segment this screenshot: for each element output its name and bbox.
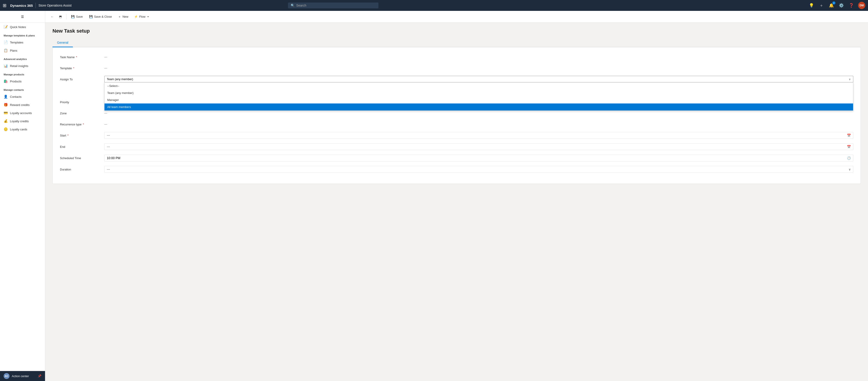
option-manager[interactable]: Manager <box>104 96 853 104</box>
sidebar-label-reward-credits: Reward credits <box>10 103 30 107</box>
section-label-contacts: Manage contacts <box>0 85 45 93</box>
page-content: New Task setup General Task Name * --- <box>45 23 868 381</box>
calendar-icon-end[interactable]: 📅 <box>847 145 851 148</box>
hamburger-icon: ☰ <box>21 15 24 19</box>
clock-icon[interactable]: 🕐 <box>847 156 851 160</box>
flow-label: Flow <box>139 15 145 18</box>
sidebar-item-quick-notes[interactable]: 📝 Quick Notes <box>0 23 45 31</box>
app-name: Store Operations Assist <box>38 4 71 7</box>
duration-chevron-icon[interactable]: ∨ <box>848 168 851 171</box>
sidebar-item-products[interactable]: 🛍️ Products <box>0 77 45 85</box>
action-center-item[interactable]: AC Action center 📌 <box>0 371 45 381</box>
sidebar-label-loyalty-credits: Loyalty credits <box>10 120 29 123</box>
sidebar-item-loyalty-credits[interactable]: 💰 Loyalty credits <box>0 117 45 125</box>
main-layout: ☰ 📝 Quick Notes Manage templates & plans… <box>0 11 868 381</box>
plans-icon: 📋 <box>4 49 8 53</box>
pin-icon[interactable]: 📌 <box>37 374 41 378</box>
value-template[interactable]: --- <box>104 65 853 71</box>
action-center-avatar: AC <box>4 373 9 379</box>
popout-button[interactable]: ⬒ <box>56 13 64 20</box>
value-scheduled-time[interactable]: 10:00 PM <box>107 156 120 160</box>
calendar-icon-start[interactable]: 📅 <box>847 134 851 137</box>
sidebar-menu-button[interactable]: ☰ <box>0 13 45 21</box>
sidebar-item-templates[interactable]: 📄 Templates <box>0 38 45 47</box>
save-close-button[interactable]: 💾 Save & Close <box>86 13 115 20</box>
assign-to-dropdown[interactable]: Team (any member) ∨ <box>104 76 853 82</box>
value-end[interactable]: --- <box>107 145 110 148</box>
settings-icon[interactable]: ⚙️ <box>838 2 844 9</box>
sidebar-item-loyalty-accounts[interactable]: 💳 Loyalty accounts <box>0 109 45 117</box>
sidebar-item-plans[interactable]: 📋 Plans <box>0 47 45 55</box>
sidebar-item-loyalty-cards[interactable]: 🪙 Loyalty cards <box>0 125 45 133</box>
flow-icon: ⚡ <box>134 15 138 18</box>
duration-field: --- ∨ <box>104 166 853 173</box>
search-box: 🔍 <box>288 2 378 8</box>
option-select[interactable]: --Select-- <box>104 82 853 89</box>
save-button[interactable]: 💾 Save <box>68 13 86 20</box>
help-icon[interactable]: ❓ <box>848 2 855 9</box>
label-end: End <box>60 143 101 148</box>
flow-chevron-icon: ▾ <box>148 16 149 18</box>
option-team-any-member[interactable]: Team (any member) <box>104 89 853 96</box>
section-label-products: Manage products <box>0 70 45 77</box>
end-field: --- 📅 <box>104 143 853 150</box>
sidebar-label-plans: Plans <box>10 49 18 52</box>
templates-icon: 📄 <box>4 40 8 45</box>
field-end: End --- 📅 <box>60 143 853 150</box>
new-label: New <box>122 15 128 18</box>
label-zone: Zone <box>60 110 101 115</box>
flow-button[interactable]: ⚡ Flow ▾ <box>132 13 151 20</box>
option-all-team-members[interactable]: All team members <box>104 104 853 111</box>
required-star-recurrence: * <box>83 123 84 126</box>
value-task-name[interactable]: --- <box>104 54 853 60</box>
tab-general[interactable]: General <box>53 38 73 47</box>
sidebar-item-reward-credits[interactable]: 🎁 Reward credits <box>0 101 45 109</box>
label-duration: Duration <box>60 166 101 171</box>
app-title: Dynamics 365 <box>10 4 33 7</box>
sidebar-item-contacts[interactable]: 👤 Contacts <box>0 93 45 101</box>
value-start[interactable]: --- <box>107 134 110 137</box>
waffle-icon[interactable]: ⊞ <box>3 3 6 8</box>
field-template: Template * --- <box>60 65 853 71</box>
save-icon: 💾 <box>71 15 75 18</box>
top-navigation: ⊞ Dynamics 365 Store Operations Assist 🔍… <box>0 0 868 11</box>
action-center-label: Action center <box>12 375 29 378</box>
content-area: ← ⬒ 💾 Save 💾 Save & Close ＋ New ⚡ Flow ▾ <box>45 11 868 381</box>
loyalty-accounts-icon: 💳 <box>4 111 8 115</box>
nav-divider <box>35 3 36 8</box>
sidebar-item-retail-insights[interactable]: 📊 Retail insights <box>0 62 45 70</box>
page-title: New Task setup <box>53 28 861 34</box>
section-label-advanced-analytics: Advanced analytics <box>0 55 45 62</box>
required-star-template: * <box>73 66 74 70</box>
form-container: Task Name * --- Template * --- A <box>53 47 861 184</box>
back-button[interactable]: ← <box>49 13 55 20</box>
value-recurrence-type[interactable]: --- <box>104 121 853 127</box>
products-icon: 🛍️ <box>4 79 8 83</box>
field-recurrence-type: Recurrence type * --- <box>60 121 853 127</box>
sidebar-label-loyalty-cards: Loyalty cards <box>10 128 27 131</box>
sidebar-top: ☰ <box>0 11 45 23</box>
sidebar: ☰ 📝 Quick Notes Manage templates & plans… <box>0 11 45 381</box>
user-avatar[interactable]: DM <box>858 2 865 9</box>
sidebar-label-quick-notes: Quick Notes <box>10 25 26 29</box>
value-duration[interactable]: --- <box>107 168 110 171</box>
back-icon: ← <box>51 15 54 18</box>
new-button[interactable]: ＋ New <box>115 13 131 20</box>
notification-icon[interactable]: 🔔 2 <box>828 2 835 9</box>
label-priority: Priority <box>60 99 101 104</box>
lightbulb-icon[interactable]: 💡 <box>808 2 815 9</box>
add-icon[interactable]: ＋ <box>818 2 825 9</box>
label-assign-to: Assign To <box>60 76 101 81</box>
scheduled-time-field: 10:00 PM 🕐 <box>104 155 853 162</box>
save-close-label: Save & Close <box>94 15 112 18</box>
new-icon: ＋ <box>118 15 121 19</box>
required-star-task-name: * <box>76 55 77 59</box>
sidebar-label-retail-insights: Retail insights <box>10 64 28 68</box>
label-start: Start * <box>60 132 101 137</box>
search-input[interactable] <box>296 4 376 7</box>
field-duration: Duration --- ∨ <box>60 166 853 173</box>
value-zone[interactable]: --- <box>104 110 853 116</box>
sidebar-label-templates: Templates <box>10 41 23 44</box>
field-scheduled-time: Scheduled Time 10:00 PM 🕐 <box>60 155 853 162</box>
label-template: Template * <box>60 65 101 70</box>
